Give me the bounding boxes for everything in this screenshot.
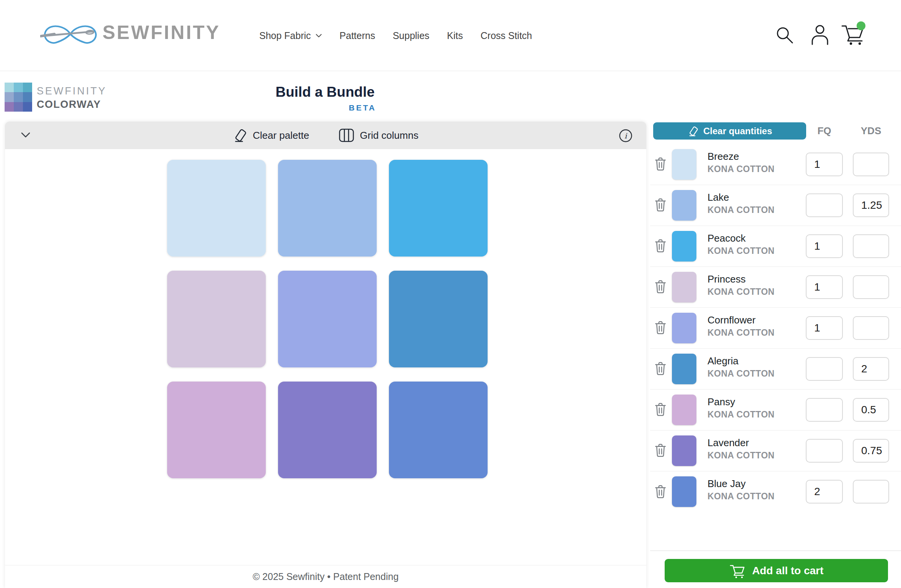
fabric-name: Peacock [707,232,746,244]
yds-quantity-input[interactable] [853,357,889,381]
fabric-line: KONA COTTON [707,205,774,215]
sewfinity-infinity-logo-icon[interactable] [40,18,101,50]
fq-quantity-input[interactable] [806,357,843,381]
nav-item-label: Kits [447,30,463,41]
delete-fabric-icon[interactable] [654,320,667,336]
yds-quantity-input[interactable] [853,234,889,258]
cart-badge [857,21,865,30]
fabric-swatch-thumb [672,272,696,302]
nav-item-kits[interactable]: Kits [447,30,463,41]
fabric-name: Breeze [707,151,739,162]
fabric-row-peacock: Peacock KONA COTTON [650,226,901,267]
fabric-swatch-thumb [672,313,696,343]
fabric-list: Breeze KONA COTTON Lake KONA COTTON [650,144,901,512]
nav-item-patterns[interactable]: Patterns [340,30,375,41]
nav-item-supplies[interactable]: Supplies [393,30,429,41]
grid-columns-icon [338,128,355,143]
top-header: SEWFINITY Shop FabricPatternsSuppliesKit… [0,0,901,71]
colorway-logo-cell [14,102,23,112]
yds-quantity-input[interactable] [853,316,889,340]
fabric-swatch-thumb [672,149,696,180]
clear-quantities-label: Clear quantities [703,126,772,136]
account-icon[interactable] [809,24,831,46]
delete-fabric-icon[interactable] [654,402,667,418]
fq-quantity-input[interactable] [806,398,843,422]
brand-wordmark[interactable]: SEWFINITY [102,21,220,44]
page: SEWFINITY Shop FabricPatternsSuppliesKit… [0,0,901,588]
copyright-text: © 2025 Sewfinity • Patent Pending [253,571,399,582]
collapse-chevron-down-icon[interactable] [21,132,30,138]
cart-icon[interactable] [841,23,868,47]
fabric-row-alegria: Alegria KONA COTTON [650,349,901,390]
delete-fabric-icon[interactable] [654,361,667,377]
beta-badge: BETA [349,103,376,112]
yds-quantity-input[interactable] [853,193,889,217]
column-header-fq: FQ [806,122,843,140]
fq-quantity-input[interactable] [806,193,843,217]
fq-quantity-input[interactable] [806,439,843,463]
palette-swatch-breeze[interactable] [167,160,266,257]
nav-item-label: Patterns [340,30,375,41]
yds-quantity-input[interactable] [853,439,889,463]
page-title: Build a Bundle [0,84,650,100]
clear-palette-label: Clear palette [253,130,309,141]
yds-quantity-input[interactable] [853,398,889,422]
fabric-row-lavender: Lavender KONA COTTON [650,430,901,471]
add-all-to-cart-button[interactable]: Add all to cart [665,559,888,582]
grid-columns-label: Grid columns [360,130,418,141]
svg-text:i: i [625,132,628,140]
colorway-logo-cell [23,102,32,112]
palette-swatch-pansy[interactable] [167,382,266,478]
yds-quantity-input[interactable] [853,275,889,299]
panel-footer: © 2025 Sewfinity • Patent Pending [5,565,646,588]
palette-swatch-peacock[interactable] [389,160,488,257]
buy-sidebar: Clear quantities FQ YDS Breeze KONA COTT… [650,71,901,588]
palette-swatch-lavender[interactable] [278,382,377,478]
fabric-swatch-thumb [672,435,696,466]
info-icon[interactable]: i [619,129,633,143]
fabric-line: KONA COTTON [707,328,774,338]
delete-fabric-icon[interactable] [654,279,667,295]
palette-swatch-princess[interactable] [167,271,266,367]
fq-quantity-input[interactable] [806,234,843,258]
fq-quantity-input[interactable] [806,153,843,176]
yds-quantity-input[interactable] [853,480,889,504]
fabric-swatch-thumb [672,395,696,425]
fabric-row-lake: Lake KONA COTTON [650,185,901,226]
palette-panel: Clear palette Grid columns i © 2025 Se [5,122,646,588]
fabric-swatch-thumb [672,476,696,507]
nav-item-label: Supplies [393,30,429,41]
add-all-to-cart-label: Add all to cart [752,565,824,577]
clear-quantities-button[interactable]: Clear quantities [653,122,806,140]
fabric-line: KONA COTTON [707,369,774,379]
fabric-name: Princess [707,273,746,285]
palette-swatch-grid [167,160,488,478]
nav-item-shop-fabric[interactable]: Shop Fabric [259,30,322,41]
palette-swatch-cornflower[interactable] [278,271,377,367]
palette-swatch-lake[interactable] [278,160,377,257]
fabric-line: KONA COTTON [707,409,774,420]
fabric-swatch-thumb [672,354,696,384]
main-nav: Shop FabricPatternsSuppliesKitsCross Sti… [259,0,532,71]
fabric-name: Blue Jay [707,478,746,490]
search-icon[interactable] [775,25,795,45]
grid-columns-button[interactable]: Grid columns [338,122,418,149]
fq-quantity-input[interactable] [806,480,843,504]
nav-item-cross-stitch[interactable]: Cross Stitch [481,30,532,41]
delete-fabric-icon[interactable] [654,484,667,500]
fq-quantity-input[interactable] [806,275,843,299]
fabric-line: KONA COTTON [707,287,774,297]
clear-palette-button[interactable]: Clear palette [232,122,309,149]
delete-fabric-icon[interactable] [654,198,667,213]
delete-fabric-icon[interactable] [654,157,667,172]
fq-quantity-input[interactable] [806,316,843,340]
fabric-row-cornflower: Cornflower KONA COTTON [650,308,901,349]
palette-swatch-blue-jay[interactable] [389,382,488,478]
fabric-line: KONA COTTON [707,246,774,256]
fabric-line: KONA COTTON [707,450,774,461]
delete-fabric-icon[interactable] [654,239,667,254]
yds-quantity-input[interactable] [853,153,889,176]
palette-swatch-alegria[interactable] [389,271,488,367]
delete-fabric-icon[interactable] [654,443,667,459]
colorway-logo-cell [5,102,14,112]
